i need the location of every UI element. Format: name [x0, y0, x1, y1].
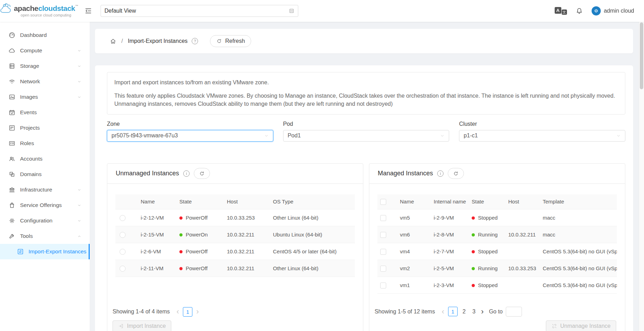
sidebar-item-storage[interactable]: Storage — [0, 58, 90, 74]
refresh-button[interactable]: Refresh — [210, 35, 251, 47]
cell-select — [115, 209, 136, 226]
sidebar-item-label: Configuration — [20, 218, 52, 224]
breadcrumb-separator: / — [121, 38, 123, 44]
managed-table: NameInternal nameStateHostTemplate vm5i-… — [377, 194, 617, 294]
sidebar-item-tools[interactable]: Tools — [0, 228, 90, 244]
sidebar-item-dashboard[interactable]: Dashboard — [0, 27, 90, 43]
page-3-button[interactable]: 3 — [471, 309, 477, 315]
row-radio[interactable] — [120, 215, 126, 221]
brand-cloudstack: cloudstack — [38, 4, 75, 12]
row-checkbox[interactable] — [380, 215, 386, 221]
column-header: Name — [136, 194, 175, 209]
calendar-icon — [8, 109, 15, 116]
sidebar-item-infrastructure[interactable]: Infrastructure — [0, 182, 90, 197]
unmanaged-table-wrap: NameStateHostOS Type i-2-12-VMPowerOff10… — [107, 184, 363, 277]
column-header: Template — [540, 194, 617, 209]
cell-host: 10.0.33.253 — [223, 209, 269, 226]
cell-select — [377, 243, 397, 260]
cell-internal-name: i-2-9-VM — [431, 209, 469, 226]
row-checkbox[interactable] — [380, 283, 386, 288]
cell-select — [115, 226, 136, 243]
cloudmonkey-mascot-icon — [0, 3, 12, 19]
sidebar-item-events[interactable]: Events — [0, 105, 90, 120]
table-row: i-2-6-VMPowerOff10.0.32.211CentOS 4/5 or… — [115, 243, 355, 260]
cell-template: CentOS 5.3(64-bit) no GUI (vSphere) — [540, 260, 617, 277]
sidebar: DashboardComputeStorageNetworkImagesEven… — [0, 22, 90, 331]
table-row: vm4i-2-7-VMStoppedCentOS 5.3(64-bit) no … — [377, 243, 617, 260]
column-header: State — [175, 194, 223, 209]
column-header: OS Type — [269, 194, 355, 209]
select-all-checkbox[interactable] — [380, 199, 386, 205]
brand-apache: apache — [14, 4, 38, 12]
sidebar-item-configuration[interactable]: Configuration — [0, 213, 90, 228]
table-row: vm5i-2-9-VMStoppedmacc — [377, 209, 617, 226]
cell-state: Running — [469, 260, 505, 277]
scrollbar-thumb[interactable] — [640, 22, 643, 89]
translate-icon[interactable]: A文 — [555, 7, 567, 15]
user-avatar — [592, 6, 601, 15]
row-radio[interactable] — [120, 232, 126, 238]
page-2-button[interactable]: 2 — [461, 309, 467, 315]
sidebar-item-label: Accounts — [20, 156, 43, 162]
cell-internal-name: i-2-7-VM — [431, 243, 469, 260]
import-instance-button[interactable]: Import Instance — [113, 320, 171, 331]
unmanage-instance-label: Unmanage Instance — [560, 323, 611, 329]
cell-host: 10.0.32.211 — [223, 243, 269, 260]
page-1-button-active[interactable]: 1 — [448, 307, 458, 316]
bank-icon — [8, 186, 15, 193]
user-menu[interactable]: admin cloud — [592, 6, 634, 15]
goto-page-input[interactable] — [506, 307, 522, 317]
bell-icon[interactable] — [575, 7, 583, 15]
sidebar-item-compute[interactable]: Compute — [0, 43, 90, 58]
idcard-icon — [8, 140, 15, 147]
info-icon[interactable]: i — [437, 170, 444, 177]
next-page-button[interactable]: › — [196, 308, 199, 316]
row-checkbox[interactable] — [380, 266, 386, 272]
managed-title: Managed Instances — [378, 170, 433, 177]
row-checkbox[interactable] — [380, 249, 386, 255]
translate-a-glyph: A — [555, 7, 561, 14]
page-scrollbar[interactable] — [639, 22, 644, 331]
cell-host — [505, 277, 540, 294]
pod-select[interactable]: Pod1 — [283, 130, 449, 142]
managed-refresh-button[interactable] — [448, 168, 464, 179]
home-icon[interactable] — [110, 38, 116, 45]
row-radio[interactable] — [120, 266, 126, 272]
unmanage-instance-button[interactable]: Unmanage Instance — [546, 320, 616, 331]
sidebar-item-images[interactable]: Images — [0, 89, 90, 105]
row-checkbox[interactable] — [380, 232, 386, 238]
sidebar-item-accounts[interactable]: Accounts — [0, 151, 90, 167]
main-content: / Import-Export Instances ? Refresh Impo… — [90, 22, 644, 331]
sidebar-item-domains[interactable]: Domains — [0, 167, 90, 182]
unmanaged-refresh-button[interactable] — [194, 168, 210, 179]
import-icon — [118, 323, 124, 329]
help-icon[interactable]: ? — [192, 38, 198, 44]
cell-host: 10.0.32.211 — [223, 226, 269, 243]
info-icon[interactable]: i — [183, 170, 190, 177]
view-selector[interactable]: Default View — [101, 5, 298, 17]
cell-select — [377, 226, 397, 243]
next-page-button[interactable]: › — [480, 308, 484, 316]
chevron-down-icon — [264, 134, 269, 138]
cluster-select[interactable]: p1-c1 — [459, 130, 625, 142]
sidebar-item-projects[interactable]: Projects — [0, 120, 90, 136]
prev-page-button[interactable]: ‹ — [176, 308, 180, 316]
refresh-button-label: Refresh — [225, 38, 245, 44]
zone-select[interactable]: pr5075-t943-vmware-67u3 — [107, 130, 273, 142]
sidebar-item-service-offerings[interactable]: Service Offerings — [0, 197, 90, 213]
sidebar-item-network[interactable]: Network — [0, 74, 90, 89]
unmanaged-panel-header: Unmanaged Instances i — [107, 164, 363, 184]
menu-fold-icon[interactable] — [84, 7, 92, 15]
cell-state: PowerOff — [175, 243, 223, 260]
swap-icon — [17, 248, 24, 255]
column-header: Name — [397, 194, 431, 209]
row-radio[interactable] — [120, 249, 126, 255]
cell-internal-name: i-2-5-VM — [431, 260, 469, 277]
sidebar-item-import-export-instances[interactable]: Import-Export Instances — [0, 244, 90, 259]
status-dot-icon — [179, 250, 183, 253]
page-1-button-active[interactable]: 1 — [183, 307, 192, 317]
chevron-up-icon — [77, 234, 81, 238]
prev-page-button[interactable]: ‹ — [441, 308, 445, 316]
goto-label: Go to — [489, 309, 503, 315]
sidebar-item-roles[interactable]: Roles — [0, 136, 90, 151]
